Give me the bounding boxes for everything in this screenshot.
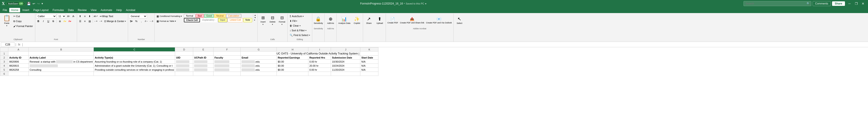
decrease-decimal-button[interactable]: .0→ — [144, 19, 149, 24]
cell-h5[interactable]: $0.00 — [277, 68, 308, 72]
upload-button[interactable]: ⬆ Upload — [375, 14, 385, 27]
cell-a5[interactable]: 8826258 — [8, 68, 29, 72]
cell-g4[interactable]: XXXXXXXX.edu — [241, 64, 277, 68]
find-select-button[interactable]: 🔍 Find & Select ▾ — [288, 33, 311, 37]
cell-h3[interactable]: $0.00 — [277, 60, 308, 64]
cell-f1[interactable] — [214, 51, 241, 56]
clear-button[interactable]: 🗑 Clear ▾ — [288, 24, 301, 28]
analyze-data-button[interactable]: 📊 Analyze Data — [338, 14, 351, 27]
sensitivity-button[interactable]: 🔒 Sensitivity — [313, 14, 324, 27]
cell-f3[interactable]: XXXXXXXXX — [214, 60, 241, 64]
restore-button[interactable]: ❐ — [853, 1, 860, 6]
cell-title-merged[interactable]: UC OATS - University of California Outsi… — [241, 51, 360, 56]
cell-c6[interactable] — [94, 72, 175, 76]
copilot-button[interactable]: ✨ Copilot — [352, 14, 362, 27]
currency-button[interactable]: $▾ — [129, 19, 133, 24]
cell-j6[interactable] — [331, 72, 360, 76]
col-header-j[interactable]: J — [331, 47, 360, 51]
styles-down-arrow[interactable]: ▼ — [254, 16, 256, 19]
bold-button[interactable]: B — [36, 19, 41, 24]
decrease-font-button[interactable]: A- — [71, 14, 76, 18]
cell-a2[interactable]: Activity ID — [8, 56, 29, 60]
menu-insert[interactable]: Insert — [21, 8, 31, 12]
cell-b3[interactable]: Renewal: a startup with XXXXXXXXXX in CS… — [29, 60, 94, 64]
addins-button[interactable]: ⊕ Add-ins — [326, 14, 336, 27]
copy-button[interactable]: ⧉ Copy — [12, 19, 34, 24]
cell-j5[interactable]: 11/20/2024 — [331, 68, 360, 72]
cell-d4[interactable]: XXXXXXXX — [175, 64, 193, 68]
merge-center-button[interactable]: ⊡ Merge & Center ▾ — [103, 19, 127, 24]
align-top-button[interactable]: ⬆ — [78, 14, 83, 18]
cell-e4[interactable]: XXXXXXXX — [193, 64, 214, 68]
cell-b1[interactable] — [29, 51, 94, 56]
align-center-button[interactable]: ≡ — [83, 19, 87, 24]
col-header-a[interactable]: A — [8, 47, 29, 51]
col-header-h[interactable]: H — [277, 47, 308, 51]
border-button[interactable]: ⊞ — [58, 19, 62, 24]
cell-h4[interactable]: $0.00 — [277, 64, 308, 68]
cell-b6[interactable] — [29, 72, 94, 76]
format-painter-button[interactable]: 🖌 Format Painter — [12, 24, 34, 28]
cell-a1[interactable] — [8, 51, 29, 56]
formula-input[interactable] — [24, 43, 867, 46]
cell-k2[interactable]: Start Date — [360, 56, 378, 60]
cell-j4[interactable]: 10/24/2024 — [331, 64, 360, 68]
cell-c1[interactable] — [94, 51, 175, 56]
style-normal-button[interactable]: Normal — [184, 14, 195, 18]
cell-g3[interactable]: XXXXXXXX.edu — [241, 60, 277, 64]
menu-file[interactable]: File — [1, 8, 9, 12]
number-format-select[interactable]: General — [129, 14, 147, 18]
strikethrough-button[interactable]: S — [51, 19, 56, 24]
cell-f4[interactable]: XXXXXXXXX — [214, 64, 241, 68]
cell-c4[interactable]: Administration of a grant outside the Un… — [94, 64, 175, 68]
style-linked-button[interactable]: Linked Cell — [228, 18, 243, 22]
cell-e5[interactable]: XXXXXXXX — [193, 68, 214, 72]
wrap-text-button[interactable]: ⇥ Wrap Text — [98, 14, 114, 18]
via-outlook-button[interactable]: 📧 Create PDF and Via Outlook — [426, 14, 453, 27]
style-good-button[interactable]: Good — [204, 14, 214, 18]
close-button[interactable]: ✕ — [860, 1, 866, 6]
col-header-f[interactable]: F — [214, 47, 241, 51]
cell-h2[interactable]: Reported Earnings — [277, 56, 308, 60]
insert-button[interactable]: ⊞ Insert ▾ — [258, 14, 268, 27]
cut-button[interactable]: ✂ Cut — [12, 14, 34, 18]
menu-data[interactable]: Data — [66, 8, 75, 12]
row-header-6[interactable]: 6 — [0, 72, 8, 76]
cell-c3[interactable]: Assuming founding or co-founding role of… — [94, 60, 175, 64]
comma-button[interactable]: , — [139, 19, 144, 24]
cell-reference-box[interactable] — [1, 42, 14, 47]
cell-a4[interactable]: 8820815 — [8, 64, 29, 68]
cell-d6[interactable] — [175, 72, 193, 76]
cell-e1[interactable] — [193, 51, 214, 56]
col-header-c[interactable]: C — [94, 47, 175, 51]
font-size-select[interactable]: 11 — [57, 14, 66, 18]
style-check-cell-button[interactable]: Check Cell — [184, 18, 200, 22]
comments-button[interactable]: Comments — [813, 1, 831, 6]
cell-d5[interactable]: XXXXXXXX — [175, 68, 193, 72]
cell-k3[interactable]: N/A — [360, 60, 378, 64]
menu-formulas[interactable]: Formulas — [51, 8, 66, 12]
share-link-button[interactable]: 📤 Create PDF and Share link — [399, 14, 425, 27]
cell-f6[interactable] — [214, 72, 241, 76]
cell-h6[interactable] — [277, 72, 308, 76]
cell-e2[interactable]: UCPath ID — [193, 56, 214, 60]
menu-view[interactable]: View — [89, 8, 98, 12]
cell-d1[interactable] — [175, 51, 193, 56]
cell-g6[interactable] — [241, 72, 277, 76]
cell-g2[interactable]: Email — [241, 56, 277, 60]
style-note-button[interactable]: Note — [243, 18, 252, 22]
autosave-toggle[interactable]: AutoSave Off — [6, 2, 25, 5]
format-as-table-button[interactable]: ▦ Format as Table ▾ — [155, 19, 183, 24]
cell-k1[interactable] — [360, 51, 378, 56]
font-name-select[interactable]: Calibri — [36, 14, 57, 18]
autosum-button[interactable]: Σ AutoSum ▾ — [288, 14, 305, 18]
style-bad-button[interactable]: Bad — [196, 14, 204, 18]
conditional-formatting-button[interactable]: ▦ Conditional Formatting ▾ — [155, 14, 183, 18]
fill-button[interactable]: ⬇ Fill ▾ — [288, 19, 298, 23]
fill-color-button[interactable]: A▾ — [63, 19, 67, 24]
style-explanatory-button[interactable]: Explanatory . — [200, 18, 218, 22]
undo-icon[interactable]: ↩ — [33, 2, 35, 5]
style-calculation-button[interactable]: Calculation — [226, 14, 241, 18]
row-header-5[interactable]: 5 — [0, 68, 8, 72]
align-left-button[interactable]: ☰ — [78, 19, 83, 24]
